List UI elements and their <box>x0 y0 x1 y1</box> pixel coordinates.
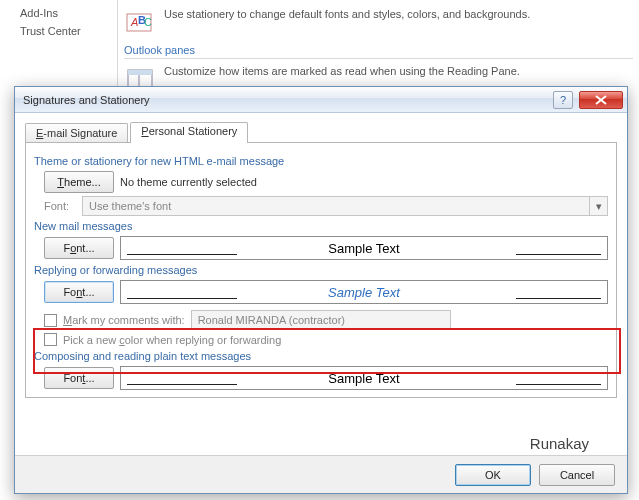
help-button[interactable]: ? <box>553 91 573 109</box>
chevron-down-icon: ▾ <box>589 197 607 215</box>
no-theme-label: No theme currently selected <box>120 176 257 188</box>
compose-font-button[interactable]: Font... <box>44 367 114 389</box>
sidebar-item-addins[interactable]: Add-Ins <box>20 4 117 22</box>
close-button[interactable] <box>579 91 623 109</box>
tab-email-signature[interactable]: E-mail Signature <box>25 123 128 142</box>
stationery-description: Use stationery to change default fonts a… <box>164 8 530 20</box>
dialog-footer: OK Cancel <box>15 455 627 493</box>
mark-comments-checkbox[interactable] <box>44 314 57 327</box>
pick-color-checkbox[interactable] <box>44 333 57 346</box>
svg-text:C: C <box>144 16 152 28</box>
new-mail-section-header: New mail messages <box>34 220 608 232</box>
font-combo[interactable]: Use theme's font ▾ <box>82 196 608 216</box>
compose-sample: Sample Text <box>120 366 608 390</box>
dialog-title: Signatures and Stationery <box>23 94 553 106</box>
theme-section-header: Theme or stationery for new HTML e-mail … <box>34 155 608 167</box>
compose-section-header: Composing and reading plain text message… <box>34 350 608 362</box>
dialog-titlebar[interactable]: Signatures and Stationery ? <box>15 87 627 113</box>
outlook-panes-header: Outlook panes <box>124 44 633 59</box>
mark-comments-label: Mark my comments with: <box>63 314 185 326</box>
reply-font-button[interactable]: Font... <box>44 281 114 303</box>
signatures-stationery-dialog: Signatures and Stationery ? E-mail Signa… <box>14 86 628 494</box>
personal-stationery-pane: Theme or stationery for new HTML e-mail … <box>25 143 617 398</box>
sidebar-item-trust-center[interactable]: Trust Center <box>20 22 117 40</box>
font-combo-value: Use theme's font <box>89 200 171 212</box>
ok-button[interactable]: OK <box>455 464 531 486</box>
reading-pane-description: Customize how items are marked as read w… <box>164 65 520 77</box>
options-background: Add-Ins Trust Center ABC Use stationery … <box>0 0 639 100</box>
new-mail-sample: Sample Text <box>120 236 608 260</box>
close-icon <box>595 95 607 105</box>
options-sidebar: Add-Ins Trust Center <box>0 0 118 100</box>
watermark: Runakay <box>530 435 589 452</box>
theme-button[interactable]: Theme... <box>44 171 114 193</box>
options-main: ABC Use stationery to change default fon… <box>118 0 639 100</box>
reply-sample: Sample Text <box>120 280 608 304</box>
new-mail-font-button[interactable]: Font... <box>44 237 114 259</box>
stationery-icon: ABC <box>124 8 156 36</box>
font-label: Font: <box>44 200 76 212</box>
tab-strip: E-mail Signature Personal Stationery <box>25 121 617 143</box>
reply-section-header: Replying or forwarding messages <box>34 264 608 276</box>
comment-name-input: Ronald MIRANDA (contractor) <box>191 310 451 330</box>
tab-personal-stationery[interactable]: Personal Stationery <box>130 122 248 143</box>
svg-rect-5 <box>128 70 152 75</box>
cancel-button[interactable]: Cancel <box>539 464 615 486</box>
pick-color-label: Pick a new color when replying or forwar… <box>63 334 281 346</box>
